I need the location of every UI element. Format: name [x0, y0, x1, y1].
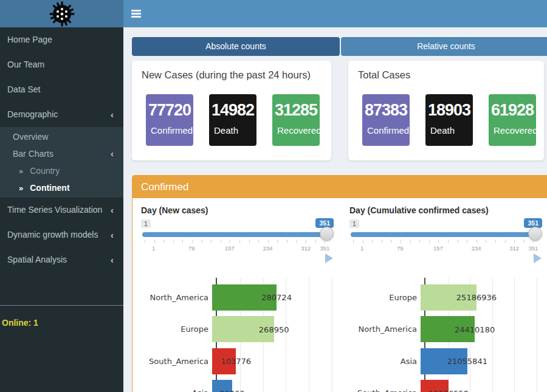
value-box-row: 77720 Confirmed 14982 Death 31285 Recove…	[146, 94, 320, 146]
new-cases-card: New Cases (during the past 24 hours) 777…	[132, 61, 331, 160]
value-box-number: 77720	[146, 101, 193, 120]
sidebar-logo	[0, 0, 123, 27]
bar-row: Asia86862	[140, 377, 350, 392]
slider-tick-labels: 1 79 157 234 312 351	[351, 245, 541, 252]
bar-area: 21055841	[421, 348, 547, 374]
value-box-number: 87383	[362, 101, 410, 120]
tab-absolute-counts[interactable]: Absolute counts	[132, 37, 340, 56]
value-box-confirmed: 87383 Confirmed	[362, 94, 410, 146]
tick-label: 312	[301, 245, 311, 252]
slider-label: Day (New cases)	[141, 205, 334, 216]
bar-value-label: 21055841	[447, 357, 487, 366]
value-box-recovered: 61928 Recovered	[489, 94, 536, 146]
chevron-left-icon: ‹	[111, 222, 114, 247]
sidebar-item-home-page[interactable]: Home Page	[0, 27, 123, 52]
value-box-label: Death	[214, 125, 256, 136]
sidebar-submenu-demographic: Overview ‹ Bar Charts »Country »Continen…	[0, 127, 123, 198]
value-box-number: 61928	[489, 101, 536, 120]
bar-category-label: Asia	[349, 357, 421, 366]
value-box-confirmed: 77720 Confirmed	[146, 94, 193, 146]
value-box-death: 14982 Death	[209, 94, 256, 146]
sidebar-item-time-series[interactable]: ‹ Time Series Visualization	[0, 198, 123, 222]
bar-area: 280724	[212, 284, 350, 311]
value-box-recovered: 31285 Recovered	[272, 94, 320, 146]
sidebar-item-bar-charts[interactable]: ‹ Bar Charts	[0, 145, 123, 162]
slider-tick-marks	[145, 239, 330, 243]
value-box-label: Confirmed	[367, 125, 410, 136]
chevron-left-icon: ‹	[111, 247, 114, 272]
chevron-left-icon: ‹	[111, 145, 114, 162]
sidebar-item-label: Continent	[30, 183, 69, 193]
bar-row: South_America12586558	[349, 377, 547, 392]
bar-category-label: Asia	[140, 388, 212, 392]
total-cases-card: Total Cases 87383 Confirmed 18903 Death …	[348, 61, 544, 160]
sidebar-item-label: Dynamic growth models	[7, 230, 98, 239]
slider-handle[interactable]	[320, 227, 334, 241]
tick-label: 79	[397, 245, 404, 252]
value-box-label: Death	[430, 125, 473, 136]
sidebar-item-spatial-analysis[interactable]: ‹ Spatial Analysis	[0, 247, 123, 272]
value-box-label: Recovered	[494, 125, 536, 136]
confirmed-panel: Confirmed Day (New cases) 1 351 1 79 157…	[132, 175, 547, 392]
bar-chart-cumulative-cases-by-continent: Europe25186936North_America24410180Asia2…	[349, 273, 547, 392]
tick-label: 157	[225, 245, 235, 252]
online-status: Online: 1	[2, 318, 123, 328]
slider-track[interactable]	[351, 232, 541, 237]
tick-label: 234	[472, 245, 481, 252]
slider-track[interactable]	[142, 232, 332, 237]
bar-row: Europe268950	[140, 314, 350, 346]
bar-category-label: North_America	[140, 293, 212, 302]
bar-value-label: 24410180	[455, 325, 495, 334]
sidebar-item-label: Spatial Analysis	[7, 255, 67, 264]
sidebar-item-label: Country	[30, 166, 60, 176]
card-title: Total Cases	[358, 69, 544, 81]
chevron-left-icon: ‹	[111, 198, 114, 222]
bar-row: Asia21055841	[349, 345, 547, 377]
bar-row: South_America103776	[140, 345, 350, 377]
sidebar-item-continent[interactable]: »Continent	[0, 179, 123, 196]
sidebar-item-our-team[interactable]: Our Team	[0, 52, 123, 77]
bar-row: North_America24410180	[349, 314, 547, 346]
value-box-number: 18903	[425, 101, 473, 120]
slider-tick-labels: 1 79 157 234 312 351	[142, 245, 332, 252]
bar-row: Europe25186936	[349, 281, 547, 314]
bar-value-label: 25186936	[456, 293, 497, 302]
card-title: New Cases (during the past 24 hours)	[142, 69, 331, 81]
slider-label: Day (Cumulative confirmed cases)	[349, 205, 542, 216]
value-box-label: Confirmed	[151, 125, 193, 136]
slider-day-cumulative-cases: Day (Cumulative confirmed cases) 1 351 1…	[349, 205, 542, 266]
bar-area: 25186936	[421, 284, 547, 311]
sidebar-item-data-set[interactable]: Data Set	[0, 77, 123, 102]
bar-row: North_America280724	[140, 281, 350, 314]
double-angle-right-icon: »	[19, 184, 23, 193]
double-angle-right-icon: »	[19, 167, 23, 176]
sidebar-item-label: Overview	[13, 132, 48, 142]
sidebar-item-label: Home Page	[7, 35, 52, 44]
value-box-number: 14982	[209, 101, 256, 120]
bar-area: 86862	[212, 380, 350, 392]
slider-tick-marks	[353, 239, 538, 243]
bar-area: 12586558	[421, 380, 547, 392]
slider-min-badge: 1	[141, 219, 151, 228]
slider-handle[interactable]	[528, 227, 542, 241]
tick-label: 157	[433, 245, 443, 252]
sidebar-item-overview[interactable]: Overview	[0, 128, 123, 145]
tick-label: 234	[263, 245, 273, 252]
panel-title: Confirmed	[132, 176, 547, 198]
sidebar-item-demographic[interactable]: ‹ Demographic	[0, 102, 123, 127]
slider-control: 1 351 1 79 157 234 312 351	[141, 218, 334, 266]
hamburger-icon[interactable]	[131, 10, 141, 19]
bar-chart-new-cases-by-continent: North_America280724Europe268950South_Ame…	[140, 273, 350, 392]
bar-category-label: South_America	[349, 388, 421, 392]
play-icon[interactable]	[325, 253, 333, 263]
play-icon[interactable]	[534, 253, 542, 263]
chevron-left-icon: ‹	[111, 102, 114, 127]
tab-relative-counts[interactable]: Relative counts	[341, 37, 547, 56]
bar-value-label: 86862	[219, 388, 244, 392]
tick-label: 312	[509, 245, 519, 252]
sidebar-item-country[interactable]: »Country	[0, 162, 123, 179]
sidebar-footer: Online: 1	[0, 305, 123, 328]
value-box-number: 31285	[272, 101, 320, 120]
bar-area: 103776	[212, 348, 350, 374]
sidebar-item-dynamic-growth-models[interactable]: ‹ Dynamic growth models	[0, 222, 123, 247]
